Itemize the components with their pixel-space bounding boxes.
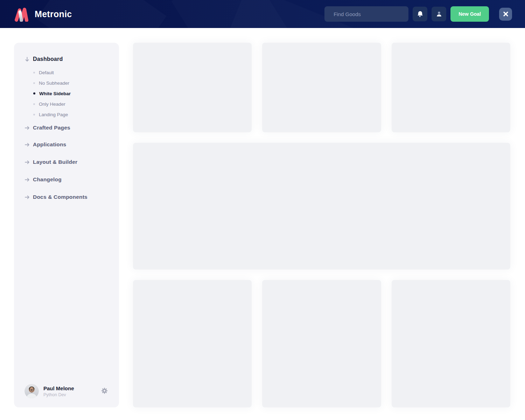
placeholder-card [392, 43, 510, 132]
arrow-right-icon [24, 142, 30, 147]
close-button[interactable] [499, 8, 512, 21]
bullet-icon [33, 92, 35, 94]
search-box[interactable] [324, 6, 408, 22]
placeholder-card [262, 43, 381, 132]
header-actions: New Goal [324, 6, 512, 22]
sidebar-item-dashboard[interactable]: Dashboard [14, 51, 119, 67]
sidebar-subitem-no-subheader[interactable]: No Subheader [14, 78, 119, 88]
sidebar-subitem-landing-page[interactable]: Landing Page [14, 109, 119, 120]
sidebar-item-label: Docs & Components [33, 194, 88, 200]
sidebar-item-applications[interactable]: Applications [14, 136, 119, 153]
placeholder-card [392, 280, 510, 407]
gear-icon [101, 387, 108, 394]
bullet-icon [33, 114, 35, 115]
arrow-right-icon [24, 195, 30, 200]
metronic-logo-icon [14, 6, 29, 22]
placeholder-card [262, 280, 381, 407]
notifications-button[interactable] [413, 7, 427, 21]
sidebar-item-crafted-pages[interactable]: Crafted Pages [14, 120, 119, 136]
bullet-icon [33, 82, 35, 84]
sidebar-subitem-white-sidebar[interactable]: White Sidebar [14, 88, 119, 99]
brand[interactable]: Metronic [14, 6, 72, 22]
user-text: Paul Melone Python Dev [43, 385, 74, 397]
brand-name: Metronic [35, 9, 72, 19]
page-body: Dashboard Default No Subheader White Sid… [0, 28, 525, 420]
search-input[interactable] [334, 11, 403, 17]
account-button[interactable] [432, 7, 446, 21]
arrow-right-icon [24, 177, 30, 182]
top-cards-row [133, 43, 510, 132]
sidebar-item-docs-components[interactable]: Docs & Components [14, 188, 119, 206]
new-goal-button[interactable]: New Goal [450, 6, 489, 22]
sidebar-item-label: Dashboard [33, 56, 63, 62]
user-name: Paul Melone [43, 385, 74, 391]
bullet-icon [33, 103, 35, 105]
settings-button[interactable] [100, 386, 109, 397]
bottom-cards-row [133, 280, 510, 407]
sidebar-item-label: Applications [33, 141, 66, 148]
dashboard-submenu: Default No Subheader White Sidebar Only … [14, 67, 119, 120]
sidebar-item-changelog[interactable]: Changelog [14, 171, 119, 188]
sidebar-subitem-only-header[interactable]: Only Header [14, 99, 119, 109]
user-role: Python Dev [43, 392, 74, 397]
arrow-down-icon [24, 57, 30, 62]
main-content [133, 43, 510, 407]
sidebar-item-layout-builder[interactable]: Layout & Builder [14, 153, 119, 171]
sidebar-item-label: Crafted Pages [33, 125, 70, 131]
user-profile[interactable]: Paul Melone Python Dev [14, 384, 119, 398]
placeholder-card [133, 43, 252, 132]
sidebar-item-label: Layout & Builder [33, 159, 77, 165]
avatar[interactable] [24, 384, 39, 398]
arrow-right-icon [24, 160, 30, 165]
sidebar: Dashboard Default No Subheader White Sid… [14, 43, 119, 407]
close-icon [503, 11, 509, 17]
sidebar-subitem-default[interactable]: Default [14, 67, 119, 78]
app-header: Metronic New Goal [0, 0, 525, 28]
bullet-icon [33, 72, 35, 74]
bell-icon [416, 10, 424, 18]
person-icon [435, 10, 443, 18]
placeholder-card-wide [133, 143, 510, 270]
arrow-right-icon [24, 125, 30, 131]
sidebar-item-label: Changelog [33, 176, 62, 183]
placeholder-card [133, 280, 252, 407]
